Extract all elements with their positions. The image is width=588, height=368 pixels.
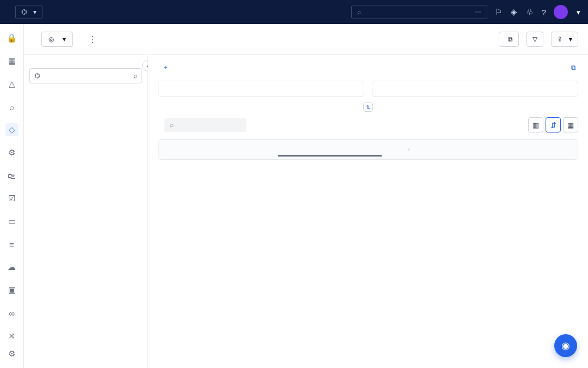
col-account[interactable] <box>278 142 382 156</box>
avatar <box>554 5 568 19</box>
topbar-actions: ⚐ ◈ ♧ ? <box>495 7 546 17</box>
col-risk[interactable]: ↓ <box>382 140 436 159</box>
bell-icon[interactable]: ♧ <box>526 7 533 17</box>
external-link-icon: ⧉ <box>508 35 513 43</box>
chevron-down-icon: ▾ <box>33 8 36 16</box>
col-alerts[interactable] <box>436 143 523 156</box>
flag-icon[interactable]: ⚐ <box>495 7 502 17</box>
risk-card <box>372 81 578 97</box>
help-icon[interactable]: ? <box>542 8 546 17</box>
nav-box-icon[interactable]: ▣ <box>5 283 19 297</box>
nav-check-icon[interactable]: ☑ <box>5 192 19 205</box>
chevron-down-icon: ▾ <box>577 8 580 16</box>
chevron-down-icon: ▾ <box>63 35 66 43</box>
nav-iconbar: 🔒 ▦ △ ⌕ ◇ ⚙ 🛍 ☑ ▭ ≡ ☁ ▣ ∞ ⤨ ⚙ <box>0 24 24 368</box>
nav-search-icon[interactable]: ⌕ <box>5 100 19 113</box>
nav-card-icon[interactable]: ▭ <box>5 215 19 228</box>
filter-button[interactable]: ▽ <box>526 32 543 47</box>
plus-icon: ＋ <box>162 63 169 72</box>
table-header: ↓ <box>158 140 578 159</box>
assets-search[interactable]: ⌕ <box>164 118 246 132</box>
view-dropdown[interactable]: ◎ ▾ <box>41 32 73 47</box>
nav-shuffle-icon[interactable]: ⤨ <box>5 329 19 342</box>
more-menu[interactable]: ⋮ <box>88 34 97 45</box>
nav-layout-icon[interactable]: ▦ <box>5 55 19 68</box>
search-icon: ⌕ <box>133 72 137 80</box>
nav-infinity-icon[interactable]: ∞ <box>5 306 19 319</box>
user-menu[interactable]: ▾ <box>554 5 580 19</box>
content: ＋ ⧉ ⇅ <box>148 55 588 368</box>
inventory-2-button[interactable]: ⧉ <box>499 32 519 47</box>
view-grid-button[interactable]: ▦ <box>563 117 578 132</box>
select-unit-button[interactable]: ⌬ ▾ <box>15 5 42 19</box>
view-columns-button[interactable]: ▥ <box>528 117 543 132</box>
nav-gear-icon[interactable]: ⚙ <box>5 146 19 159</box>
nav-inventory-icon[interactable]: ◇ <box>5 123 19 136</box>
view-sort-button[interactable]: ⇵ <box>546 117 561 132</box>
external-link-icon: ⧉ <box>571 64 576 71</box>
export-icon: ⇪ <box>557 35 562 43</box>
search-icon: ⌕ <box>357 8 361 16</box>
nav-cloud-icon[interactable]: ☁ <box>5 261 19 274</box>
nav-bag-icon[interactable]: 🛍 <box>5 169 19 182</box>
open-discovery-link[interactable]: ⧉ <box>571 64 578 71</box>
nav-alert-icon[interactable]: △ <box>5 77 19 91</box>
nav-settings-icon[interactable]: ⚙ <box>5 347 19 360</box>
keyboard-shortcut <box>475 11 481 13</box>
eye-icon: ◎ <box>48 35 54 43</box>
nav-lock-icon[interactable]: 🔒 <box>5 32 19 45</box>
expand-cards-button[interactable]: ⇅ <box>363 102 373 112</box>
collapse-sidebar-button[interactable]: ‹ <box>142 61 148 71</box>
category-search-input[interactable] <box>44 72 129 80</box>
search-icon: ⌕ <box>170 121 174 129</box>
col-asset[interactable] <box>158 143 278 156</box>
global-search[interactable]: ⌕ <box>351 5 487 19</box>
tree-icon: ⌬ <box>34 72 40 80</box>
announcement-icon[interactable]: ◈ <box>511 7 517 17</box>
help-fab[interactable]: ◉ <box>554 334 577 357</box>
providers-card <box>158 81 364 97</box>
filter-row: ＋ ⧉ <box>158 63 578 72</box>
col-paths[interactable] <box>523 143 578 156</box>
page-header: ◎ ▾ ⋮ ⧉ ▽ ⇪ ▾ <box>24 24 588 55</box>
add-filter-button[interactable]: ＋ <box>162 63 171 72</box>
sidebar: ‹ ⌬ ⌕ <box>24 55 148 368</box>
category-search[interactable]: ⌬ ⌕ <box>29 68 142 83</box>
topbar: ⌬ ▾ ⌕ ⚐ ◈ ♧ ? ▾ <box>0 0 588 24</box>
filter-icon: ▽ <box>532 35 537 43</box>
nav-stack-icon[interactable]: ≡ <box>5 238 19 251</box>
sidebar-title <box>24 55 148 66</box>
sort-icon: ↓ <box>408 146 411 152</box>
export-button[interactable]: ⇪ ▾ <box>551 32 578 47</box>
assets-table: ↓ <box>158 139 578 160</box>
tree-icon: ⌬ <box>21 8 27 16</box>
assets-search-input[interactable] <box>177 121 259 129</box>
chevron-down-icon: ▾ <box>569 35 572 43</box>
